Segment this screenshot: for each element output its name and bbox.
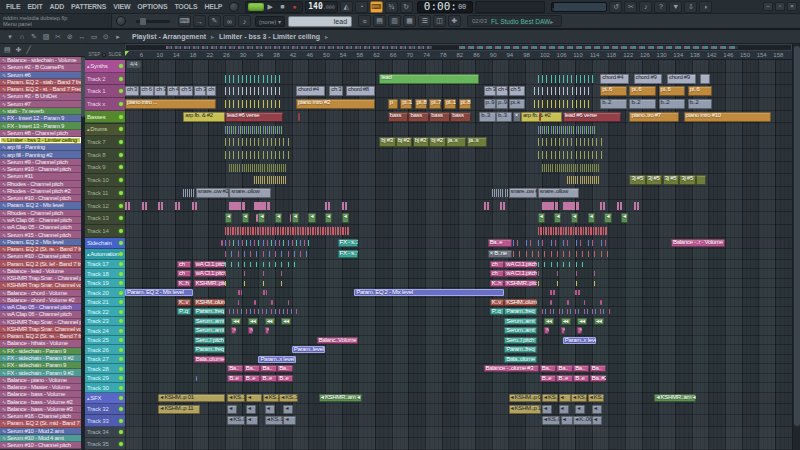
track-header[interactable]: Track 23 <box>85 317 125 327</box>
pattern-item[interactable]: ∿Balance - bass - Volume #3 <box>0 406 81 413</box>
clip-block[interactable] <box>298 113 300 121</box>
grid-row[interactable] <box>125 317 792 327</box>
loop-record-icon[interactable]: ↻ <box>400 1 413 13</box>
playlist-clip[interactable]: ja..s <box>446 137 466 147</box>
playlist-clip[interactable]: Seru..l pitch <box>194 337 225 344</box>
playlist-clip[interactable]: ◂ KSHM..p 11 <box>509 405 542 414</box>
playlist-clip[interactable]: chord #8 <box>346 86 375 96</box>
clip-ticks[interactable] <box>225 271 300 276</box>
clip-ticks[interactable] <box>550 290 555 295</box>
menu-item-tools[interactable]: TOOLS <box>171 2 200 11</box>
clip-block[interactable] <box>271 300 273 305</box>
clip-ticks[interactable] <box>538 75 596 83</box>
playlist-clip[interactable]: pi..6 <box>688 86 713 96</box>
track-mute-led[interactable] <box>119 281 123 285</box>
playlist-clip[interactable]: ◂ KS..3 <box>588 394 604 402</box>
playlist-clip[interactable]: ◂ KS..06 <box>227 416 245 425</box>
playlist-clip[interactable]: B..e <box>556 375 572 382</box>
playlist-clip[interactable]: Serum..amt <box>194 327 225 334</box>
track-mute-led[interactable] <box>119 430 123 434</box>
pattern-item[interactable]: ∿Param. EQ 2 - Mix level <box>0 202 81 209</box>
playback-tool-icon[interactable]: ▸ <box>112 33 124 41</box>
pattern-item[interactable]: ∿Param. EQ 2 - Mix level <box>0 239 81 246</box>
playlist-clip[interactable]: bass <box>429 112 449 122</box>
playlist-clip[interactable]: Ba.. <box>227 365 243 372</box>
playlist-clip[interactable]: chord #4 <box>600 74 629 84</box>
playlist-clip[interactable]: ◂ <box>621 213 628 223</box>
playlist-clip[interactable]: 3j #5 <box>629 175 645 185</box>
playlist-clip[interactable]: Param..x level <box>258 356 295 363</box>
playlist-clip[interactable]: wA Cl.1.pitch <box>504 261 537 268</box>
grid-row[interactable] <box>125 364 792 374</box>
playlist-clip[interactable]: P..q <box>490 308 504 315</box>
select-tool-icon[interactable]: ▭ <box>88 33 100 41</box>
playlist-clip[interactable]: snare..ollow <box>538 188 579 198</box>
playlist-clip[interactable]: ◂ <box>588 213 595 223</box>
playlist-clip[interactable]: Bala..olume <box>504 356 537 363</box>
playlist-clip[interactable]: ◂ KS..3 <box>263 394 279 402</box>
track-header[interactable]: Track 30 <box>85 383 125 393</box>
playlist-clip[interactable]: pi..6 <box>629 86 656 96</box>
tip-bar[interactable]: 02/03 FL Studio Best DAW ▸ <box>467 15 562 27</box>
playlist-clip[interactable]: ch <box>177 261 191 268</box>
pattern-item[interactable]: ∿Balance - bass - Volume #2 <box>0 398 81 405</box>
pattern-item[interactable]: ∿FX - sidechain - Param 9 <box>0 348 81 355</box>
track-mute-led[interactable] <box>119 229 123 233</box>
grid-row[interactable] <box>125 427 792 439</box>
cut-icon[interactable]: ✂ <box>624 1 637 13</box>
pattern-item[interactable]: ∿FX - Insert 13 - Param 9 <box>0 122 81 129</box>
playlist-clip[interactable]: ∿ <box>561 327 566 334</box>
pattern-item[interactable]: ∿wA Clap 05 - Channel pitch <box>0 224 81 231</box>
mic-monitor-icon[interactable]: ♪ <box>238 15 251 27</box>
pattern-item[interactable]: ∿FX - sidechain - Param 9 #2 <box>0 355 81 362</box>
playlist-clip[interactable]: ch <box>490 261 504 268</box>
group-header-automations[interactable]: ▴Automations <box>85 249 125 260</box>
track-header[interactable]: Track 20 <box>85 288 125 298</box>
playlist-clip[interactable]: p..9 <box>496 99 508 109</box>
playlist-clip[interactable]: ◂ <box>283 405 293 414</box>
group-header-basses[interactable]: Basses <box>85 111 125 124</box>
track-header[interactable]: Track 28 <box>85 364 125 374</box>
track-mute-led[interactable] <box>119 348 123 352</box>
track-header[interactable]: Track 8 <box>85 149 125 162</box>
playlist-clip[interactable]: ◂◂ <box>544 318 554 325</box>
playlist-clip[interactable]: B..e <box>227 375 243 382</box>
playlist-clip[interactable]: ◂ <box>604 213 611 223</box>
playlist-clip[interactable]: 3j #5 <box>646 175 662 185</box>
playlist-clip[interactable]: ◂ <box>283 416 295 425</box>
pattern-item[interactable]: ∿KSHMR Trap Snar. Channel volume <box>0 282 81 289</box>
master-pitch-knob[interactable] <box>116 16 126 26</box>
playlist-clip[interactable]: ◂◂ <box>265 318 275 325</box>
pattern-item[interactable]: ∿FX - Insert 12 - Param 9 <box>0 115 81 122</box>
clip-ticks[interactable] <box>158 202 163 210</box>
playlist-clip[interactable]: Ba.. <box>260 365 276 372</box>
menu-item-file[interactable]: FILE <box>3 2 23 11</box>
step-arrow-icon[interactable]: → <box>193 15 206 27</box>
playlist-clip[interactable]: KSHM..olume <box>194 299 225 306</box>
delete-tool-icon[interactable]: ✂ <box>52 33 64 41</box>
clip-ticks[interactable] <box>229 202 245 210</box>
grid-row[interactable] <box>125 415 792 427</box>
track-mute-led[interactable] <box>119 407 123 411</box>
clip-ticks[interactable] <box>545 309 612 314</box>
draw-tool-icon[interactable]: ✎ <box>28 33 40 41</box>
pattern-item[interactable]: ∿Serum #10 - Channel pitch <box>0 195 81 202</box>
clip-block[interactable] <box>584 300 586 305</box>
track-header[interactable]: Track 18 <box>85 269 125 279</box>
mixer-toggle-icon[interactable]: ☰ <box>418 15 431 27</box>
playlist-clip[interactable]: ◂ <box>227 405 237 414</box>
grid-row[interactable] <box>125 438 792 450</box>
export-icon[interactable]: ⇩ <box>684 1 697 13</box>
playlist-clip[interactable]: ◂ <box>246 394 262 402</box>
track-mute-led[interactable] <box>119 386 123 390</box>
playlist-clip[interactable]: piano..tro #7 <box>629 112 679 122</box>
clip-ticks[interactable] <box>500 202 505 210</box>
save-icon[interactable]: ▼ <box>669 1 682 13</box>
pencil-tool-icon[interactable]: ✎ <box>208 15 221 27</box>
track-mute-led[interactable] <box>119 329 123 333</box>
clip-ticks[interactable] <box>192 202 197 210</box>
track-header[interactable]: Track 34 <box>85 427 125 439</box>
stop-button[interactable]: ■ <box>276 3 288 10</box>
clip-block[interactable] <box>254 300 256 305</box>
playhead-marker[interactable] <box>125 51 129 56</box>
